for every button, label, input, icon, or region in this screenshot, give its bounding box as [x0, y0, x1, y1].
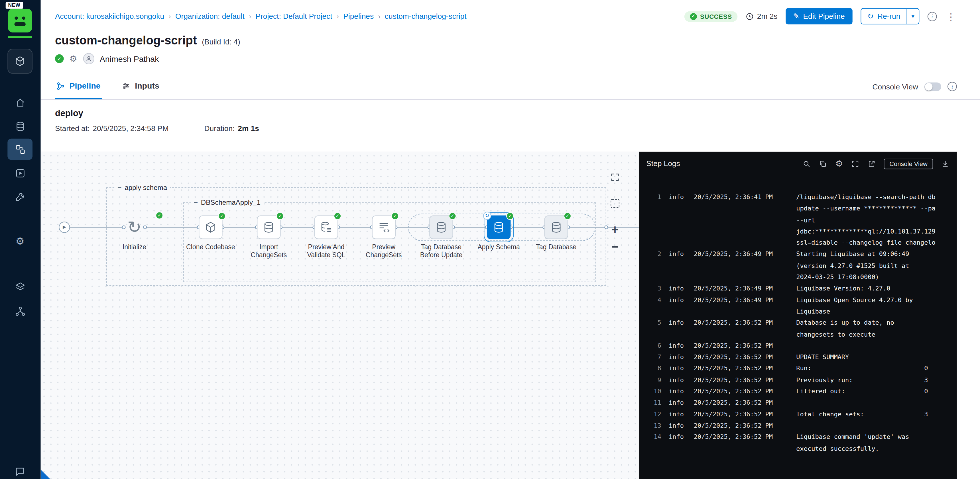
log-line[interactable]: 10 info 20/5/2025, 2:36:52 PM Filtered o… — [646, 386, 949, 397]
console-view-toggle[interactable] — [924, 82, 941, 91]
log-line[interactable]: 9 info 20/5/2025, 2:36:52 PM Previously … — [646, 374, 949, 386]
log-settings-button[interactable]: ⚙ — [835, 159, 843, 168]
collapse-icon[interactable]: − — [194, 198, 198, 207]
canvas-zoom-out-button[interactable]: − — [607, 239, 623, 255]
log-line[interactable]: 3 info 20/5/2025, 2:36:49 PM Liquibase V… — [646, 283, 949, 295]
sidebar-item-help-chat[interactable] — [7, 461, 32, 479]
pipeline-step-tag-database[interactable]: ✓ Tag Database — [530, 215, 582, 251]
cube-icon — [204, 221, 217, 233]
module-selector-button[interactable] — [7, 49, 32, 74]
pipeline-step-apply-schema[interactable]: ↻ ✓ Apply Schema — [473, 215, 525, 251]
log-line[interactable]: 13 info 20/5/2025, 2:36:52 PM — [646, 420, 949, 431]
log-download-button[interactable] — [941, 160, 950, 168]
step-card: ✓ — [372, 215, 396, 239]
rerun-split-button[interactable]: ↻ Re-run ▾ — [861, 8, 920, 24]
edit-pipeline-button[interactable]: ✎ Edit Pipeline — [786, 8, 852, 24]
tab-pipeline[interactable]: Pipeline — [55, 74, 102, 99]
database-icon — [15, 121, 25, 131]
log-timestamp: 20/5/2025, 2:36:52 PM — [694, 386, 788, 397]
info-icon[interactable]: i — [928, 12, 937, 21]
sidebar-item-pipelines[interactable] — [7, 139, 32, 160]
log-level: info — [669, 397, 687, 409]
author-name: Animesh Pathak — [100, 54, 159, 63]
search-icon — [803, 160, 811, 168]
canvas-marquee-select-button[interactable] — [607, 195, 623, 212]
gear-icon: ⚙ — [15, 237, 24, 247]
info-icon[interactable]: i — [948, 82, 957, 91]
pipeline-start-node[interactable]: ▶ — [59, 222, 70, 233]
log-line-number: 10 — [646, 386, 661, 397]
log-timestamp: 20/5/2025, 2:36:49 PM — [694, 249, 788, 260]
pipeline-canvas[interactable]: − apply schema − DBSchemaApply_1 — [41, 152, 639, 479]
log-message: Liquibase Version: 4.27.0 — [796, 283, 949, 295]
canvas-zoom-in-button[interactable]: + — [607, 222, 623, 238]
rerun-label: Re-run — [877, 12, 900, 21]
sidebar-item-services[interactable] — [7, 116, 32, 137]
log-open-external-button[interactable] — [867, 160, 876, 168]
clock-icon — [746, 12, 754, 21]
tab-inputs[interactable]: Inputs — [121, 74, 161, 99]
log-timestamp: 20/5/2025, 2:36:52 PM — [694, 409, 788, 420]
rerun-button[interactable]: ↻ Re-run — [861, 9, 907, 24]
pipeline-step-import-changesets[interactable]: ✓ Import ChangeSets — [243, 215, 295, 259]
more-options-menu[interactable]: ⋮ — [945, 12, 957, 21]
log-line[interactable]: 12 info 20/5/2025, 2:36:52 PM Total chan… — [646, 409, 949, 420]
log-level: info — [669, 249, 687, 260]
rerun-dropdown-button[interactable]: ▾ — [907, 9, 919, 24]
code-list-icon — [377, 221, 390, 233]
wrench-icon — [15, 191, 25, 202]
log-timestamp: 20/5/2025, 2:36:49 PM — [694, 295, 788, 306]
breadcrumb-pipelines[interactable]: Pipelines — [343, 12, 374, 21]
pipeline-step-initialize[interactable]: ↻ ✓ Initialize — [108, 215, 161, 251]
breadcrumb-current[interactable]: custom-changelog-script — [385, 12, 467, 21]
log-message: Starting Liquibase at 09:06:49 (version … — [796, 249, 949, 283]
canvas-fullscreen-button[interactable] — [607, 169, 623, 186]
database-icon — [435, 221, 447, 233]
log-line-number: 5 — [646, 317, 661, 328]
log-line[interactable]: 8 info 20/5/2025, 2:36:52 PM Run: 0 — [646, 363, 949, 374]
sidebar-item-settings[interactable]: ⚙ — [7, 231, 32, 252]
sidebar-item-templates[interactable] — [7, 300, 32, 322]
log-line[interactable]: 2 info 20/5/2025, 2:36:49 PM Starting Li… — [646, 249, 949, 283]
log-line[interactable]: 5 info 20/5/2025, 2:36:52 PM Database is… — [646, 317, 949, 340]
collapse-icon[interactable]: − — [118, 183, 121, 192]
started-label: Started at: — [55, 124, 89, 133]
chat-icon — [14, 466, 25, 477]
log-line[interactable]: 11 info 20/5/2025, 2:36:52 PM ----------… — [646, 397, 949, 409]
log-message: Liquibase command 'update' was executed … — [796, 432, 949, 455]
stage-group-label[interactable]: − apply schema — [114, 183, 170, 192]
sidebar-item-executions[interactable] — [7, 162, 32, 184]
step-label: Tag Database Before Update — [415, 243, 468, 259]
log-line[interactable]: 6 info 20/5/2025, 2:36:52 PM — [646, 340, 949, 352]
canvas-corner-handle[interactable] — [41, 469, 50, 479]
log-line[interactable]: 4 info 20/5/2025, 2:36:49 PM Liquibase O… — [646, 295, 949, 317]
log-search-button[interactable] — [803, 160, 811, 168]
sidebar-item-environments[interactable] — [7, 276, 32, 297]
log-line[interactable]: 14 info 20/5/2025, 2:36:52 PM Liquibase … — [646, 432, 949, 455]
logo-underline — [8, 36, 32, 38]
console-view-button[interactable]: Console View — [884, 159, 933, 169]
breadcrumb-project[interactable]: Project: Default Project — [255, 12, 332, 21]
log-line[interactable]: 1 info 20/5/2025, 2:36:41 PM /liquibase/… — [646, 192, 949, 249]
stage-name: deploy — [55, 108, 980, 118]
step-info-icon: ↻ — [483, 212, 492, 220]
success-check-icon: ✓ — [391, 212, 399, 220]
sidebar-item-tools[interactable] — [7, 186, 32, 207]
gear-icon[interactable]: ⚙ — [69, 54, 77, 63]
log-level: info — [669, 409, 687, 420]
pipeline-step-preview-changesets[interactable]: ✓ Preview ChangeSets — [358, 215, 410, 259]
pipeline-step-preview-validate-sql[interactable]: ✓ Preview And Validate SQL — [300, 215, 352, 259]
breadcrumb-organization[interactable]: Organization: default — [175, 12, 245, 21]
pipeline-step-clone-codebase[interactable]: ✓ Clone Codebase — [185, 215, 237, 251]
success-check-icon: ✓ — [276, 212, 284, 220]
log-copy-button[interactable] — [819, 160, 827, 168]
breadcrumb-account[interactable]: Account: kurosakiichigo.songoku — [55, 12, 164, 21]
step-logs-body[interactable]: 1 info 20/5/2025, 2:36:41 PM /liquibase/… — [639, 175, 957, 479]
log-line[interactable]: 7 info 20/5/2025, 2:36:52 PM UPDATE SUMM… — [646, 352, 949, 363]
log-fullscreen-button[interactable] — [851, 160, 859, 168]
sidebar-item-home[interactable] — [7, 92, 32, 113]
harness-logo[interactable] — [8, 9, 32, 32]
pipeline-step-tag-database-before-update[interactable]: ✓ Tag Database Before Update — [415, 215, 468, 259]
cube-icon — [14, 56, 25, 67]
stepgroup-label[interactable]: − DBSchemaApply_1 — [191, 198, 264, 207]
